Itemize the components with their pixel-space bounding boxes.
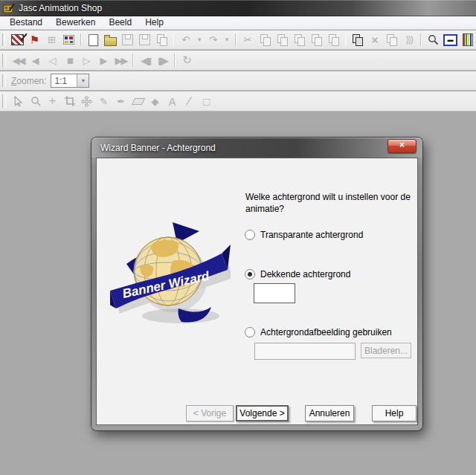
flood-fill-tool-icon[interactable]: ◆ <box>147 94 163 109</box>
play-reverse-icon[interactable]: ◁ <box>45 53 60 68</box>
image-transitions-icon[interactable]: ⊞ <box>44 32 60 48</box>
menu-item-bestand[interactable]: Bestand <box>3 16 49 29</box>
cursor-graphic <box>13 96 24 106</box>
save-animation-icon[interactable] <box>120 32 135 48</box>
propagate-paste-icon[interactable] <box>350 32 365 48</box>
pages-icon <box>311 34 322 45</box>
eraser-graphic <box>131 98 144 105</box>
open-animation-icon[interactable] <box>103 32 118 48</box>
banner-wizard-icon[interactable]: ⚑ <box>27 32 42 48</box>
save-frame-as-icon[interactable] <box>137 32 152 48</box>
toolbar-grip[interactable] <box>2 33 5 47</box>
crop-graphic <box>65 96 75 106</box>
redo-dropdown-icon[interactable]: ▼ <box>222 32 231 48</box>
menu-item-help[interactable]: Help <box>138 16 170 29</box>
copy-icon[interactable] <box>257 32 273 48</box>
radio-solid-background[interactable]: Dekkende achtergrond <box>245 269 350 279</box>
radio-circle-selected-icon[interactable] <box>245 269 255 279</box>
animation-wizard-icon[interactable] <box>10 32 25 48</box>
cancel-button[interactable]: Annuleren <box>305 405 354 421</box>
eyedropper-tool-icon[interactable]: ✎ <box>96 94 112 109</box>
radio-label: Dekkende achtergrond <box>260 269 350 279</box>
crop-tool-icon[interactable] <box>62 94 77 109</box>
browse-button[interactable]: Bladeren... <box>361 343 411 358</box>
toolbar-grip[interactable] <box>2 74 6 88</box>
zoom-label: Zoomen: <box>11 76 46 86</box>
floppy-icon <box>122 34 133 45</box>
dialog-client-area: Banner Wizard Welke achtergrond wilt u i… <box>96 158 418 425</box>
play-forward-icon[interactable]: ▷ <box>79 53 94 68</box>
folder-icon <box>104 37 117 46</box>
close-icon[interactable]: × <box>387 139 416 153</box>
color-stripes-icon <box>463 33 473 46</box>
pause-icon[interactable]: ▮▮ <box>62 53 77 68</box>
rectangle-tool-icon[interactable]: □ <box>199 94 214 109</box>
go-last-frame-icon[interactable]: ▶▶ <box>113 53 129 68</box>
menu-item-beeld[interactable]: Beeld <box>102 16 138 29</box>
registration-mark-tool-icon[interactable]: + <box>45 94 60 109</box>
previous-button[interactable]: < Vorige <box>186 405 234 421</box>
radio-background-image[interactable]: Achtergrondafbeelding gebruiken <box>245 327 392 337</box>
move-arrows-graphic <box>81 96 92 107</box>
delete-frames-icon[interactable]: × <box>367 32 382 48</box>
step-back-icon[interactable]: ◀▮ <box>138 53 153 68</box>
toolbar-tools: + ✎ ✒ ◆ A ∕ □ <box>0 91 476 112</box>
redo-icon[interactable]: ↷ <box>205 32 221 48</box>
toolbar-separator <box>420 33 422 47</box>
zoom-dropdown-icon[interactable]: ▼ <box>77 74 89 87</box>
frame-properties-box: ▬ <box>443 34 457 46</box>
cut-icon[interactable]: ✂ <box>240 32 256 48</box>
next-button[interactable]: Volgende > <box>236 405 289 421</box>
toolbar-separator <box>235 33 237 47</box>
move-tool-icon[interactable] <box>79 94 94 109</box>
line-tool-icon[interactable]: ∕ <box>181 94 197 109</box>
window-titlebar[interactable]: Jasc Animation Shop <box>0 0 476 16</box>
pages-icon <box>156 34 167 45</box>
pages-icon <box>294 34 305 45</box>
toolbar-grip[interactable] <box>2 54 6 67</box>
zoom-tool-palette-icon[interactable] <box>28 94 43 109</box>
repeat-animation-icon[interactable]: ↻ <box>179 53 195 68</box>
toolbar-grip[interactable] <box>2 94 6 108</box>
zoom-tool-icon[interactable] <box>425 32 441 48</box>
animation-properties-icon[interactable] <box>460 32 475 48</box>
undo-dropdown-icon[interactable]: ▼ <box>195 32 204 48</box>
zoom-combobox[interactable]: 1:1 ▼ <box>51 74 89 88</box>
paintbrush-tool-icon[interactable]: ✒ <box>113 94 129 109</box>
paste-as-new-frame-icon[interactable] <box>292 32 307 48</box>
vcr-controls-palette-icon[interactable] <box>61 32 77 48</box>
film-wand-icon <box>11 34 24 45</box>
paste-as-new-animation-icon[interactable] <box>274 32 290 48</box>
paste-before-frame-icon[interactable] <box>309 32 324 48</box>
pages-dark-icon <box>352 34 363 45</box>
toolbar-zoom: Zoomen: 1:1 ▼ <box>0 71 476 91</box>
toolbar-separator <box>345 33 347 47</box>
radio-circle-icon[interactable] <box>245 327 255 337</box>
background-color-swatch[interactable] <box>254 283 295 303</box>
eraser-tool-icon[interactable] <box>130 94 146 109</box>
pages-icon <box>328 34 339 45</box>
radio-transparent-background[interactable]: Transparante achtergrond <box>245 230 363 240</box>
radio-circle-icon[interactable] <box>245 230 255 240</box>
arrow-select-tool-icon[interactable] <box>10 94 26 109</box>
banner-wizard-logo: Banner Wizard <box>110 222 231 335</box>
duplicate-frames-icon[interactable] <box>384 32 399 48</box>
undo-icon[interactable]: ↶ <box>178 32 193 48</box>
previous-frame-icon[interactable]: ◀ <box>28 53 43 68</box>
menu-item-bewerken[interactable]: Bewerken <box>49 16 102 29</box>
insert-frames-icon[interactable]: ⟩⟩⟩ <box>401 32 416 48</box>
new-animation-icon[interactable] <box>86 32 101 48</box>
paste-after-frame-icon[interactable] <box>326 32 341 48</box>
step-forward-icon[interactable]: ▮▶ <box>155 53 170 68</box>
duplicate-animation-icon[interactable] <box>154 32 170 48</box>
next-frame-icon[interactable]: ▶ <box>96 53 112 68</box>
dialog-titlebar[interactable]: Wizard Banner - Achtergrond <box>91 138 422 158</box>
text-tool-icon[interactable]: A <box>164 94 180 109</box>
pages-icon <box>277 34 288 45</box>
help-button[interactable]: Help <box>372 405 416 421</box>
toolbar-separator <box>132 54 134 67</box>
go-first-frame-icon[interactable]: ◀◀ <box>10 53 26 68</box>
image-path-input[interactable] <box>254 343 356 360</box>
toolbar-separator <box>174 54 176 67</box>
frame-properties-icon[interactable]: ▬ <box>443 32 458 48</box>
